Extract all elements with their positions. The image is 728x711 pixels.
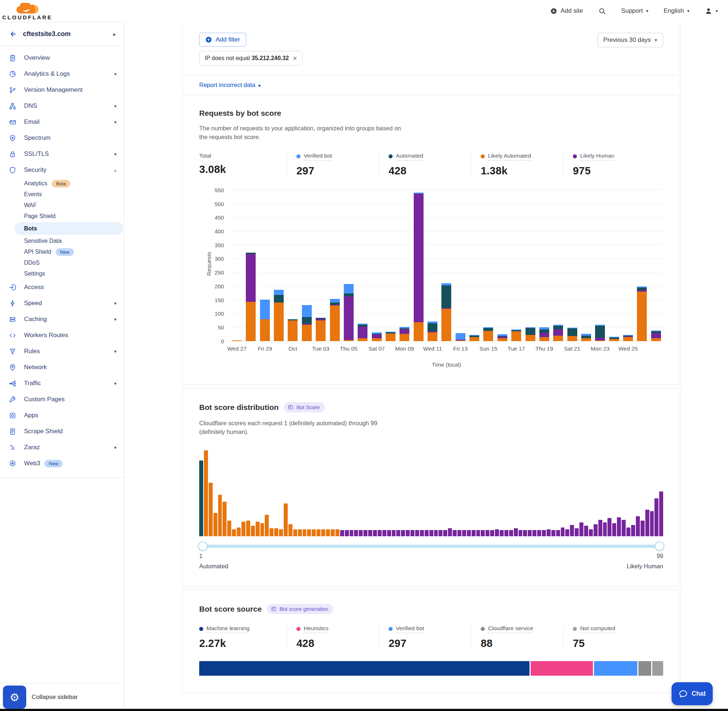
hist-bar-score-21[interactable] (293, 530, 297, 536)
hist-bar-score-90[interactable] (617, 517, 621, 536)
sidebar-item-zaraz[interactable]: Zaraz▾ (0, 440, 124, 456)
hist-bar-score-66[interactable] (504, 530, 508, 536)
hist-bar-score-80[interactable] (570, 525, 574, 536)
stat-label-text[interactable]: Likely Human (580, 152, 614, 161)
search-button[interactable] (598, 7, 606, 15)
hist-bar-score-86[interactable] (598, 520, 602, 536)
sidebar-item-workers-routes[interactable]: Workers Routes (0, 327, 124, 343)
hist-bar-score-84[interactable] (589, 530, 593, 536)
sidebar-item-web3[interactable]: Web3New (0, 456, 124, 472)
add-filter-button[interactable]: Add filter (199, 33, 246, 47)
hist-bar-score-98[interactable] (654, 499, 659, 536)
support-menu[interactable]: Support ▾ (621, 7, 648, 15)
sidebar-item-caching[interactable]: Caching▾ (0, 311, 124, 327)
chevron-right-icon[interactable]: ▸ (113, 31, 116, 37)
bar-fri-13[interactable] (456, 333, 465, 341)
hist-bar-score-1[interactable] (199, 460, 203, 536)
hist-bar-score-19[interactable] (284, 503, 288, 536)
stat-label-text[interactable]: Verified bot (304, 152, 332, 161)
hist-bar-score-20[interactable] (288, 524, 292, 536)
stat-label-text[interactable]: Not computed (580, 625, 616, 633)
bar-day-22[interactable] (526, 327, 535, 341)
bar-day-8[interactable] (330, 299, 340, 341)
hist-bar-score-32[interactable] (345, 530, 349, 536)
hist-bar-score-69[interactable] (518, 530, 523, 536)
hist-bar-score-25[interactable] (312, 530, 316, 536)
bar-day-12[interactable] (386, 332, 396, 341)
hist-bar-score-81[interactable] (575, 528, 579, 536)
hist-bar-score-2[interactable] (204, 450, 208, 536)
hist-bar-score-60[interactable] (476, 530, 480, 536)
bar-wed-25[interactable] (623, 335, 633, 341)
source-segment-machine-learning[interactable] (199, 661, 530, 676)
bar-tue-03[interactable] (316, 318, 326, 341)
sidebar-item-sensitive-data[interactable]: Sensitive Data (0, 236, 124, 246)
bar-sat-07[interactable] (372, 332, 382, 341)
date-range-dropdown[interactable]: Previous 30 days ▾ (597, 33, 663, 47)
bar-wed-11[interactable] (428, 322, 437, 341)
hist-bar-score-83[interactable] (584, 526, 588, 536)
hist-bar-score-43[interactable] (396, 530, 400, 536)
bar-day-24[interactable] (553, 325, 563, 341)
hist-bar-score-67[interactable] (509, 530, 513, 536)
bar-day-20[interactable] (498, 334, 507, 341)
hist-bar-score-52[interactable] (439, 530, 443, 536)
sidebar-item-bots[interactable]: Bots (15, 223, 123, 235)
stat-label-text[interactable]: Cloudflare service (488, 625, 533, 633)
language-menu[interactable]: English ▾ (663, 7, 690, 15)
bot-score-generation-badge[interactable]: Bot score generation (267, 604, 334, 614)
bar-fri-29[interactable] (260, 299, 270, 341)
hist-bar-score-34[interactable] (354, 530, 358, 536)
source-segment-heuristics[interactable] (531, 661, 593, 676)
hist-bar-score-72[interactable] (532, 530, 536, 536)
bar-thu-05[interactable] (344, 284, 354, 341)
stat-label-text[interactable]: Machine learning (207, 625, 250, 633)
bar-mon-09[interactable] (400, 327, 409, 341)
bar-day-10[interactable] (357, 324, 368, 341)
hist-bar-score-65[interactable] (500, 530, 504, 536)
hist-bar-score-26[interactable] (316, 530, 320, 536)
bar-day-30[interactable] (637, 286, 647, 341)
hist-bar-score-27[interactable] (321, 530, 325, 536)
stat-label-text[interactable]: Automated (396, 152, 423, 161)
bar-day-6[interactable] (302, 305, 312, 341)
hist-bar-score-70[interactable] (523, 530, 527, 536)
hist-bar-score-39[interactable] (378, 530, 382, 536)
hist-bar-score-36[interactable] (363, 530, 368, 536)
slider-track[interactable] (202, 544, 660, 548)
stat-label-text[interactable]: Likely Automated (488, 152, 531, 161)
bar-day-31[interactable] (651, 330, 661, 341)
sidebar-item-traffic[interactable]: Traffic▾ (0, 375, 124, 391)
sidebar-item-scrape-shield[interactable]: Scrape Shield (0, 423, 124, 440)
sidebar-item-security-analytics[interactable]: AnalyticsBeta (0, 178, 124, 189)
add-site-button[interactable]: Add site (550, 7, 583, 15)
hist-bar-score-89[interactable] (612, 523, 616, 536)
hist-bar-score-15[interactable] (265, 515, 269, 536)
sidebar-item-network[interactable]: Network (0, 359, 124, 375)
source-segment-cloudflare-service[interactable] (638, 661, 651, 676)
slider-handle-min[interactable] (198, 541, 208, 551)
hist-bar-score-51[interactable] (434, 530, 438, 536)
back-arrow-icon[interactable] (9, 31, 17, 38)
hist-bar-score-55[interactable] (453, 530, 457, 536)
hist-bar-score-68[interactable] (514, 528, 518, 536)
hist-bar-score-95[interactable] (641, 521, 645, 536)
hist-bar-score-29[interactable] (331, 530, 335, 536)
hist-bar-score-16[interactable] (269, 528, 273, 536)
bar-mon-23[interactable] (595, 325, 605, 341)
hist-bar-score-74[interactable] (542, 530, 546, 536)
hist-bar-score-4[interactable] (213, 513, 217, 536)
hist-bar-score-88[interactable] (607, 518, 611, 536)
sidebar-item-access[interactable]: Access (0, 279, 124, 295)
hist-bar-score-28[interactable] (326, 530, 330, 536)
sidebar-item-analytics-logs[interactable]: Analytics & Logs▾ (0, 66, 124, 82)
hist-bar-score-58[interactable] (467, 530, 471, 536)
hist-bar-score-73[interactable] (537, 530, 541, 536)
hist-bar-score-76[interactable] (551, 530, 555, 536)
hist-bar-score-91[interactable] (622, 520, 626, 536)
hist-bar-score-75[interactable] (546, 530, 551, 536)
hist-bar-score-22[interactable] (298, 530, 302, 536)
hist-bar-score-31[interactable] (340, 530, 344, 536)
sidebar-item-page-shield[interactable]: Page Shield (0, 211, 124, 222)
settings-gear-button[interactable]: ⚙ (3, 686, 26, 709)
